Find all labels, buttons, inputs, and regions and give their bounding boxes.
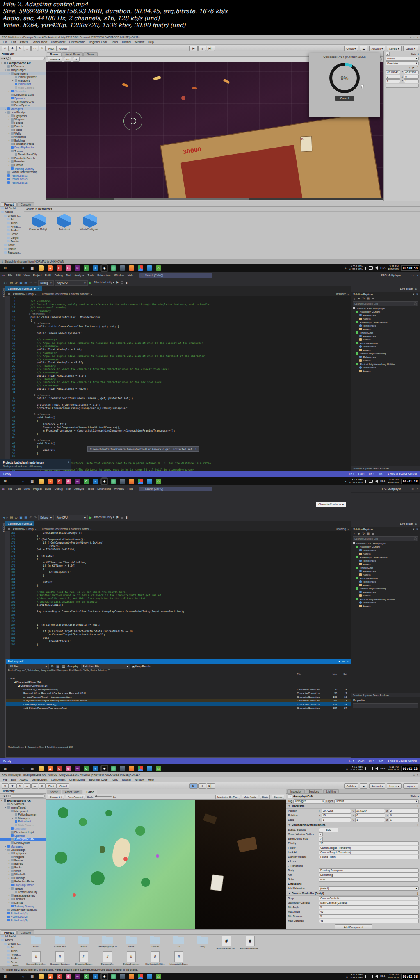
inspector-tab[interactable]: Lighting: [323, 789, 339, 793]
solution-tree-item[interactable]: Assets: [351, 348, 420, 352]
transform-tool-icon[interactable]: ✚: [9, 46, 16, 51]
code-line[interactable]: 46: [5, 436, 351, 439]
component-menu-icon[interactable]: ⋮: [416, 804, 419, 807]
hierarchy-item[interactable]: ▾LevelDesign: [0, 848, 46, 852]
copy-icon[interactable]: ⧉: [51, 665, 54, 669]
undo-icon[interactable]: ↶: [29, 516, 32, 519]
tab-team-explorer[interactable]: Team Explorer: [373, 694, 389, 697]
code-line[interactable]: 198 {: [5, 626, 351, 630]
notifications-icon[interactable]: [369, 480, 373, 483]
hierarchy-item[interactable]: TerrainSandCity: [0, 153, 46, 156]
expand-all-icon[interactable]: ▤: [56, 665, 59, 668]
tab-solution-explorer[interactable]: Solution Explorer: [353, 467, 372, 470]
maximize-button[interactable]: □: [413, 36, 415, 39]
task-view-icon[interactable]: ▦: [30, 479, 35, 484]
se-tool-icon[interactable]: ⌂: [354, 532, 355, 535]
menu-item[interactable]: View: [22, 487, 32, 490]
minimize-button[interactable]: –: [410, 36, 411, 39]
preset-icon[interactable]: ⇄: [412, 66, 414, 69]
hierarchy-item[interactable]: EventSystem: [0, 103, 46, 107]
code-line[interactable]: 195: [5, 617, 351, 620]
menu-item[interactable]: Edit: [9, 41, 18, 43]
add-to-source-control-button[interactable]: ↥ Add to Source Control: [387, 472, 417, 475]
hierarchy-item[interactable]: ▸Enemies: [0, 898, 46, 901]
new-file-icon[interactable]: ▤: [10, 281, 14, 285]
code-line[interactable]: 50 }: [5, 452, 351, 455]
value-field[interactable]: 0: [404, 75, 419, 79]
hierarchy-item[interactable]: PotionLoot (3): [0, 918, 46, 922]
notifications-icon[interactable]: [369, 767, 373, 770]
menu-item[interactable]: Extensions: [96, 487, 112, 490]
collab-dropdown[interactable]: Collab ▾: [344, 46, 358, 51]
tab-solution-explorer[interactable]: Solution Explorer: [353, 694, 372, 697]
solution-tree-item[interactable]: Assets: [351, 562, 420, 566]
close-button[interactable]: ×: [417, 36, 418, 39]
project-tree-item[interactable]: Resource...: [0, 251, 24, 254]
type-dropdown[interactable]: CreatorKitCodeInternal.CameraController▾: [42, 292, 92, 295]
asset-item[interactable]: PotionLoot: [53, 214, 76, 231]
game-toolbar-toggle[interactable]: Gizmos: [272, 795, 284, 799]
solution-tree-item[interactable]: References: [351, 334, 420, 338]
panel-close-icon[interactable]: ×: [416, 528, 418, 531]
hierarchy-item[interactable]: ▸Character: [0, 827, 46, 831]
code-line[interactable]: 181 GoToRespawn();: [5, 571, 351, 574]
file-explorer-icon[interactable]: [39, 974, 44, 979]
transform-tool-icon[interactable]: ↔: [24, 783, 31, 789]
panel-close-icon[interactable]: ×: [416, 292, 418, 296]
field-row[interactable]: Standby UpdateRound Robin: [286, 854, 420, 859]
layers-dropdown[interactable]: Layers ▾: [387, 783, 402, 789]
start-icon[interactable]: ⊞: [2, 974, 8, 979]
unity-icon[interactable]: ◈: [102, 974, 107, 979]
code-line[interactable]: 18 /// <summary>: [5, 338, 351, 341]
find-result-row[interactable]: ◢ Character&Player (14): [6, 680, 351, 684]
code-line[interactable]: 21 public float MinAngle = 5.0f;: [5, 348, 351, 351]
solution-tree-item[interactable]: References: [351, 355, 420, 359]
language-indicator[interactable]: FRA: [380, 975, 385, 978]
clock[interactable]: 5:15 PM4/19/2020: [388, 765, 399, 771]
z-field[interactable]: 1: [389, 818, 419, 822]
play-button[interactable]: ▶: [189, 46, 198, 51]
code-line[interactable]: 177 {: [5, 557, 351, 561]
pin-icon[interactable]: ▾: [413, 528, 414, 531]
hierarchy-item[interactable]: ▸Buildings: [0, 876, 46, 880]
find-result-row[interactable]: void ObjectsRaycasts(Ray screenRay)Chara…: [6, 706, 351, 710]
code-line[interactable]: 183: [5, 577, 351, 580]
field-row[interactable]: ScriptCameraController: [286, 896, 420, 900]
solution-tree-item[interactable]: Assembly-CSharp: [351, 310, 420, 314]
code-line[interactable]: 196: [5, 620, 351, 623]
scene-hscrollbar[interactable]: [46, 198, 383, 200]
solution-tree-item[interactable]: Assets: [351, 583, 420, 587]
outline-icon[interactable]: ☰: [120, 281, 124, 285]
start-icon[interactable]: ⊞: [2, 265, 8, 271]
code-line[interactable]: 7 {: [5, 296, 351, 299]
close-button[interactable]: ×: [417, 487, 418, 490]
menu-item[interactable]: Test: [64, 487, 73, 490]
member-dropdown[interactable]: Instance▾: [336, 292, 349, 295]
component-menu-icon[interactable]: ⋮: [416, 892, 419, 895]
app-c-red-icon[interactable]: C: [57, 766, 62, 771]
hierarchy-item[interactable]: ▾LevelDesign: [0, 110, 46, 114]
menu-item[interactable]: Analyze: [73, 487, 86, 490]
value-field[interactable]: 0: [386, 75, 400, 79]
code-line[interactable]: 13 {: [5, 319, 351, 322]
code-line[interactable]: 169 CheckInteractableRange();: [5, 531, 351, 535]
code-line[interactable]: 0 references: [5, 439, 351, 442]
code-line[interactable]: 12 public class CameraController : MonoB…: [5, 315, 351, 319]
hierarchy-item[interactable]: ARCamera: [0, 65, 46, 69]
photos-icon[interactable]: [147, 479, 152, 484]
menu-item[interactable]: Build: [43, 274, 53, 277]
code-line[interactable]: 176 if (m_IsKO): [5, 554, 351, 557]
menu-item[interactable]: Assets: [18, 41, 30, 43]
field-row[interactable]: Min Angle5: [286, 905, 420, 909]
inspector-tab[interactable]: Inspector: [287, 789, 305, 793]
app-green-home-icon[interactable]: ⌂: [156, 479, 161, 484]
app-g-pink-icon[interactable]: G: [66, 766, 71, 771]
find-result-row[interactable]: ObjectsRaycasts(screenRay);CharacterCont…: [6, 702, 351, 706]
hierarchy-item[interactable]: ▸Wagons: [0, 855, 46, 859]
hierarchy-tab[interactable]: Hierarchy: [2, 52, 14, 55]
hierarchy-item[interactable]: Main Camera: [0, 86, 46, 89]
live-share-button[interactable]: Live Share: [400, 287, 413, 290]
x-field[interactable]: 29.72225: [322, 809, 352, 813]
hierarchy-item[interactable]: ▸Buildings: [0, 139, 46, 142]
menu-item[interactable]: Tools: [110, 41, 119, 43]
